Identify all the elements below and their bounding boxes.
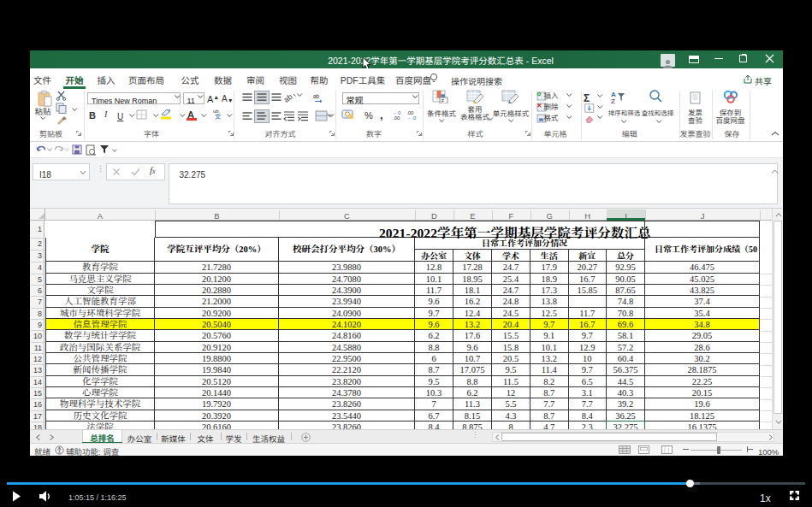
svg-text:≠: ≠	[442, 96, 445, 103]
svg-text:文: 文	[215, 112, 221, 120]
svg-text:ab: ab	[284, 91, 294, 103]
svg-text:Z: Z	[611, 96, 615, 104]
svg-text:.00: .00	[393, 114, 400, 120]
svg-text:ab: ab	[313, 92, 320, 100]
svg-text:→.0: →.0	[406, 114, 417, 120]
